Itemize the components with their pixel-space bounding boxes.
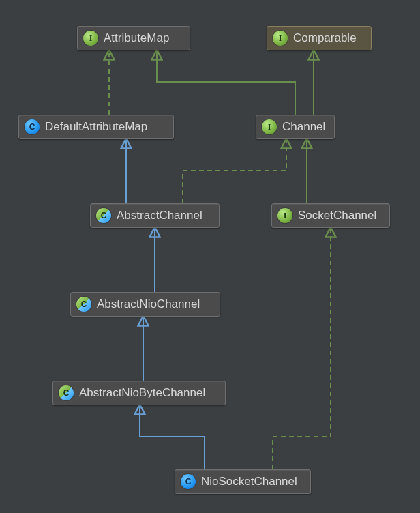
uml-edge — [140, 405, 205, 469]
uml-node-abstractNioChannel[interactable]: CAbstractNioChannel — [70, 292, 220, 317]
node-label: Channel — [282, 120, 325, 134]
uml-node-abstractChannel[interactable]: CAbstractChannel — [90, 203, 220, 228]
class-icon: C — [25, 119, 40, 134]
interface-icon: I — [262, 119, 277, 134]
connector-layer — [0, 0, 420, 513]
uml-edge — [157, 50, 295, 115]
node-label: SocketChannel — [298, 209, 376, 222]
interface-icon: I — [273, 31, 288, 46]
interface-icon: I — [83, 31, 98, 46]
uml-node-channel[interactable]: IChannel — [256, 115, 335, 139]
uml-edge — [183, 139, 286, 203]
interface-icon: I — [278, 208, 292, 223]
uml-node-abstractNioByteChannel[interactable]: CAbstractNioByteChannel — [52, 381, 226, 405]
node-label: DefaultAttributeMap — [45, 120, 147, 134]
abstract-class-icon: C — [76, 297, 91, 312]
class-icon: C — [181, 474, 196, 489]
node-label: AbstractChannel — [117, 209, 202, 222]
abstract-class-icon: C — [59, 385, 74, 400]
uml-node-nioSocketChannel[interactable]: CNioSocketChannel — [175, 469, 311, 494]
node-label: AbstractNioChannel — [97, 297, 200, 311]
uml-node-attributeMap[interactable]: IAttributeMap — [77, 26, 190, 50]
uml-node-socketChannel[interactable]: ISocketChannel — [271, 203, 390, 228]
uml-node-defaultAttributeMap[interactable]: CDefaultAttributeMap — [18, 115, 174, 139]
node-label: Comparable — [293, 31, 357, 45]
node-label: AbstractNioByteChannel — [79, 386, 205, 400]
uml-edge — [273, 228, 331, 469]
node-label: AttributeMap — [104, 31, 169, 45]
abstract-class-icon: C — [96, 208, 111, 223]
node-label: NioSocketChannel — [201, 475, 297, 488]
uml-node-comparable[interactable]: IComparable — [267, 26, 372, 50]
